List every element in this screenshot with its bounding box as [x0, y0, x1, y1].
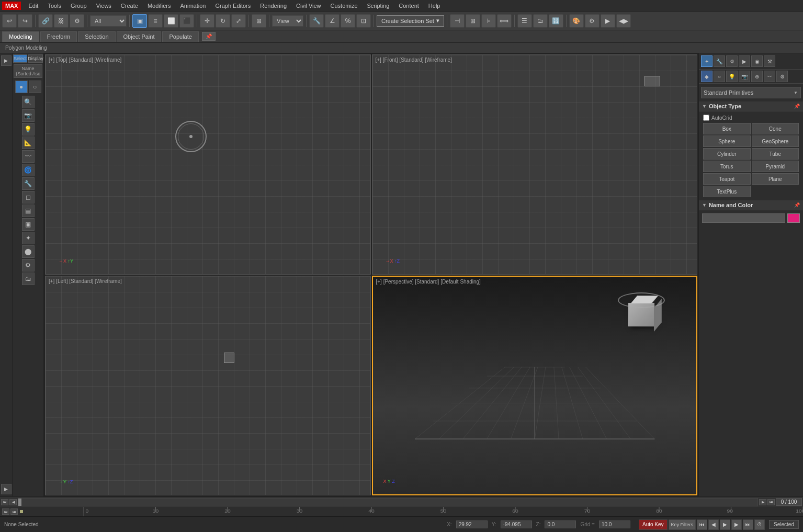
next-frame-button[interactable]: ▶ — [759, 499, 766, 505]
z-value[interactable]: 0.0 — [545, 520, 576, 528]
textplus-button[interactable]: TextPlus — [703, 186, 751, 197]
viewport-perspective[interactable]: [+] [Perspective] [Standard] [Default Sh… — [372, 276, 698, 496]
display-tab-button[interactable]: Display — [28, 54, 43, 63]
lp-filter-4[interactable]: 📐 — [22, 137, 35, 149]
rotate-button[interactable]: ↻ — [216, 14, 230, 28]
select-object-button[interactable]: ▣ — [132, 14, 147, 28]
x-value[interactable]: 29.92 — [456, 520, 488, 528]
lp-filter-9[interactable]: ▤ — [22, 205, 35, 217]
key-filters-button[interactable]: Key Filters — [669, 519, 696, 530]
lp-filter-1[interactable]: 🔍 — [22, 96, 35, 108]
tab-modeling[interactable]: Modeling — [2, 31, 39, 42]
plane-button[interactable]: Plane — [752, 173, 799, 185]
menu-modifiers[interactable]: Modifiers — [143, 2, 175, 10]
select-filter-dropdown[interactable]: All — [90, 15, 127, 27]
sphere-button[interactable]: Sphere — [703, 135, 751, 147]
link-button[interactable]: 🔗 — [38, 14, 53, 28]
material-editor-button[interactable]: 🎨 — [569, 14, 584, 28]
bind-button[interactable]: ⚙ — [70, 14, 84, 28]
create-cameras-icon[interactable]: 📷 — [739, 71, 750, 82]
move-button[interactable]: ✛ — [200, 14, 214, 28]
standard-primitives-dropdown[interactable]: Standard Primitives — [701, 87, 801, 98]
layer-manager-button[interactable]: ☰ — [517, 14, 532, 28]
menu-animation[interactable]: Animation — [176, 2, 210, 10]
object-type-section-header[interactable]: ▼ Object Type 📌 — [699, 101, 803, 111]
viewport-left[interactable]: [+] [Left] [Standard] [Wireframe] →Y ↑Z — [45, 276, 371, 496]
app-logo[interactable]: MAX — [2, 2, 21, 10]
lp-icon-2[interactable]: ○ — [29, 81, 41, 93]
create-systems-icon[interactable]: ⚙ — [776, 71, 788, 82]
menu-scripting[interactable]: Scripting — [363, 2, 394, 10]
mirror-button[interactable]: ⊣ — [450, 14, 465, 28]
menu-tools[interactable]: Tools — [43, 2, 65, 10]
snap-toggle-button[interactable]: 🔧 — [309, 14, 324, 28]
timeline-scrubber[interactable] — [18, 498, 758, 506]
create-geometry-icon[interactable]: ◆ — [701, 71, 712, 82]
tab-selection[interactable]: Selection — [78, 31, 115, 42]
create-helpers-icon[interactable]: ⊕ — [751, 71, 763, 82]
tab-pin-button[interactable]: 📌 — [202, 32, 216, 41]
undo-button[interactable]: ↩ — [2, 14, 17, 28]
menu-content[interactable]: Content — [394, 2, 423, 10]
lp-filter-13[interactable]: ⚙ — [22, 259, 35, 271]
active-render-button[interactable]: ◀▶ — [616, 14, 631, 28]
go-to-end-button[interactable]: ⏭ — [767, 499, 775, 505]
rp-create-icon[interactable]: ✦ — [701, 55, 712, 67]
lp-filter-2[interactable]: 📷 — [22, 109, 35, 122]
render-setup-button[interactable]: ⚙ — [585, 14, 600, 28]
lp-filter-12[interactable]: ⬤ — [22, 245, 35, 258]
rp-motion-icon[interactable]: ▶ — [739, 55, 750, 67]
angle-snap-button[interactable]: ∠ — [325, 14, 340, 28]
lp-filter-10[interactable]: ▣ — [22, 218, 35, 231]
keyframe-marker[interactable] — [20, 510, 23, 513]
ruler-btn-1[interactable]: ⏮ — [2, 508, 9, 515]
y-value[interactable]: -94.095 — [501, 520, 532, 528]
render-button[interactable]: ▶ — [601, 14, 615, 28]
status-auto-key-button[interactable]: Auto Key — [639, 519, 668, 530]
scene-explorer-button[interactable]: 🗂 — [533, 14, 548, 28]
pyramid-button[interactable]: Pyramid — [752, 161, 799, 172]
create-spacewarps-icon[interactable]: 〰 — [764, 71, 775, 82]
prev-key-button[interactable]: ◀ — [708, 519, 719, 530]
redo-button[interactable]: ↪ — [18, 14, 32, 28]
rp-display-icon[interactable]: ◉ — [751, 55, 763, 67]
lp-filter-5[interactable]: 〰 — [22, 150, 35, 163]
tab-object-paint[interactable]: Object Paint — [117, 31, 162, 42]
align-button[interactable]: ⊧ — [481, 14, 496, 28]
lp-filter-8[interactable]: ◻ — [22, 191, 35, 203]
percent-snap-button[interactable]: % — [341, 14, 355, 28]
create-selection-set-button[interactable]: Create Selection Set ▾ — [377, 15, 444, 27]
play-pause-button[interactable]: ▶ — [720, 519, 730, 530]
menu-customize[interactable]: Customize — [326, 2, 362, 10]
lp-filter-3[interactable]: 💡 — [22, 123, 35, 135]
menu-create[interactable]: Create — [117, 2, 142, 10]
menu-group[interactable]: Group — [66, 2, 91, 10]
name-color-section-header[interactable]: ▼ Name and Color 📌 — [699, 200, 803, 210]
spinner-snap-button[interactable]: ⊡ — [356, 14, 371, 28]
view-mode-dropdown[interactable]: View — [272, 15, 303, 27]
tube-button[interactable]: Tube — [752, 148, 799, 160]
menu-edit[interactable]: Edit — [24, 2, 42, 10]
expand-arrow-bottom-button[interactable]: ▶ — [1, 484, 12, 494]
schematic-view-button[interactable]: 🔢 — [549, 14, 563, 28]
create-shapes-icon[interactable]: ○ — [714, 71, 725, 82]
cylinder-button[interactable]: Cylinder — [703, 148, 751, 160]
lp-filter-11[interactable]: ✦ — [22, 232, 35, 244]
window-crossing-button[interactable]: ⬛ — [179, 14, 194, 28]
autogrid-checkbox[interactable] — [703, 115, 709, 121]
timeline-handle[interactable] — [18, 499, 21, 506]
menu-rendering[interactable]: Rendering — [256, 2, 291, 10]
prev-frame-button[interactable]: ◀ — [9, 499, 17, 505]
ruler-btn-2[interactable]: ⏭ — [10, 508, 18, 515]
cone-button[interactable]: Cone — [752, 123, 799, 134]
torus-button[interactable]: Torus — [703, 161, 751, 172]
array-button[interactable]: ⊞ — [466, 14, 480, 28]
time-config-button[interactable]: ⏱ — [754, 519, 765, 530]
color-swatch-button[interactable] — [787, 213, 800, 223]
select-tab-button[interactable]: Select — [13, 54, 27, 63]
next-key-button[interactable]: ▶ — [731, 519, 742, 530]
go-end-button[interactable]: ⏭ — [743, 519, 753, 530]
rp-modify-icon[interactable]: 🔧 — [714, 55, 725, 67]
tab-freeform[interactable]: Freeform — [40, 31, 77, 42]
menu-views[interactable]: Views — [92, 2, 116, 10]
